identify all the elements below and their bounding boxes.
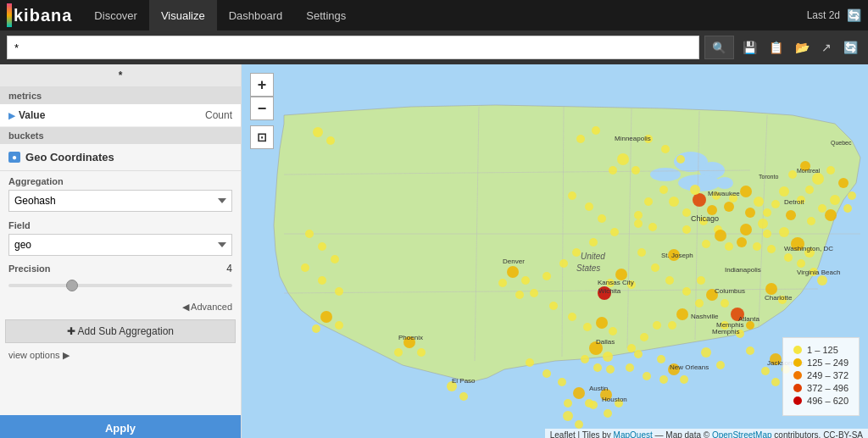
add-sub-aggregation-button[interactable]: ✚ Add Sub Aggregation [5, 319, 236, 343]
svg-text:Wichita: Wichita [598, 287, 621, 295]
legend-item-2: 125 – 249 [793, 358, 849, 368]
svg-point-122 [651, 263, 659, 272]
svg-text:Phoenix: Phoenix [398, 334, 423, 341]
svg-point-28 [825, 209, 837, 221]
svg-point-121 [637, 248, 646, 257]
svg-point-21 [830, 195, 840, 205]
svg-point-57 [797, 259, 805, 268]
field-select[interactable]: geo [8, 234, 232, 256]
field-group: Field geo [0, 215, 241, 259]
map-attribution: Leaflet | Tiles by MapQuest — Map data ©… [545, 429, 868, 438]
logo-bar [7, 3, 12, 27]
legend-dot-2 [793, 358, 802, 367]
load-icon[interactable]: 📋 [765, 37, 787, 58]
share-icon[interactable]: 📂 [792, 37, 813, 58]
svg-point-46 [763, 230, 771, 238]
svg-point-65 [721, 299, 729, 308]
svg-point-138 [765, 283, 777, 295]
svg-point-113 [326, 136, 335, 145]
apply-button[interactable]: Apply [0, 415, 241, 438]
geo-coordinates-label: Geo Coordinates [25, 151, 114, 164]
svg-point-49 [767, 245, 776, 253]
svg-point-105 [335, 287, 343, 296]
svg-point-27 [807, 217, 815, 225]
svg-point-117 [659, 186, 668, 194]
svg-text:Washington, DC: Washington, DC [784, 245, 833, 252]
svg-text:Houston: Houston [602, 396, 627, 403]
svg-point-104 [318, 276, 326, 285]
svg-point-40 [754, 197, 764, 207]
left-panel: * metrics ▶ Value Count buckets ● Geo Co… [0, 64, 242, 438]
search-button[interactable]: 🔍 [704, 36, 734, 59]
save-icon[interactable]: 💾 [739, 37, 760, 58]
svg-point-30 [693, 193, 706, 207]
view-options-toggle[interactable]: view options ▶ [0, 347, 241, 364]
svg-point-157 [564, 399, 572, 408]
svg-text:Minneapolis: Minneapolis [615, 135, 651, 142]
svg-point-56 [784, 253, 793, 262]
svg-point-159 [575, 420, 583, 429]
svg-point-161 [640, 333, 648, 341]
svg-point-82 [521, 276, 530, 285]
svg-point-135 [761, 367, 770, 375]
last-time-label[interactable]: Last 2d [807, 9, 840, 21]
svg-point-48 [753, 242, 761, 251]
precision-label: Precision [8, 263, 51, 274]
mapquest-link[interactable]: MapQuest [614, 430, 653, 438]
svg-point-32 [682, 208, 691, 217]
svg-point-112 [313, 127, 323, 137]
svg-point-123 [665, 276, 674, 285]
svg-point-85 [632, 166, 640, 175]
svg-text:New Orleans: New Orleans [670, 363, 709, 371]
svg-text:St. Joseph: St. Joseph [661, 252, 693, 259]
svg-point-89 [598, 214, 606, 223]
precision-value: 4 [226, 263, 232, 274]
svg-point-160 [653, 321, 661, 330]
svg-text:Chicago: Chicago [691, 214, 719, 223]
map-svg: Chicago Indianapolis Columbus Kansas Cit… [242, 64, 868, 438]
nav-dashboard[interactable]: Dashboard [217, 0, 295, 30]
map-area: Chicago Indianapolis Columbus Kansas Cit… [242, 64, 868, 438]
kibana-logo: kibana [7, 3, 72, 27]
osm-link[interactable]: OpenStreetMap [712, 430, 772, 438]
aggregation-select[interactable]: Geohash [8, 190, 232, 212]
svg-point-5 [716, 177, 733, 189]
svg-point-101 [318, 242, 326, 251]
search-input[interactable] [7, 36, 699, 59]
map-legend: 1 – 125 125 – 249 249 – 372 372 – 496 49… [782, 337, 860, 416]
legend-label-2: 125 – 249 [807, 358, 849, 368]
zoom-out-button[interactable]: − [250, 97, 274, 120]
export-icon[interactable]: ↗ [818, 37, 835, 58]
refresh-icon[interactable]: 🔄 [847, 8, 861, 22]
svg-point-39 [740, 186, 752, 197]
legend-dot-1 [793, 346, 802, 354]
svg-point-143 [716, 361, 725, 369]
metrics-value-row[interactable]: ▶ Value Count [0, 104, 241, 127]
svg-point-68 [668, 321, 676, 330]
svg-point-18 [826, 166, 835, 175]
legend-label-3: 249 – 372 [807, 370, 849, 380]
svg-point-37 [682, 225, 691, 234]
svg-point-44 [758, 219, 768, 229]
svg-text:Denver: Denver [503, 258, 525, 265]
auto-refresh-icon[interactable]: 🔄 [840, 37, 861, 58]
svg-point-91 [589, 238, 598, 247]
svg-text:Virginia Beach: Virginia Beach [797, 269, 840, 276]
metrics-count-label: Count [205, 109, 232, 121]
reset-map-button[interactable]: ⊡ [250, 125, 274, 149]
svg-point-24 [779, 186, 789, 197]
svg-point-155 [573, 387, 585, 399]
precision-slider[interactable] [8, 284, 232, 287]
nav-settings[interactable]: Settings [294, 0, 358, 30]
svg-text:Atlanta: Atlanta [738, 315, 760, 323]
zoom-in-button[interactable]: + [250, 73, 274, 97]
advanced-toggle[interactable]: ◀ Advanced [0, 300, 241, 316]
legend-label-1: 1 – 125 [807, 345, 838, 355]
nav-discover[interactable]: Discover [82, 0, 149, 30]
svg-point-17 [805, 186, 814, 194]
svg-text:Milwaukee: Milwaukee [708, 190, 740, 197]
svg-text:Nashville: Nashville [691, 313, 719, 320]
nav-visualize[interactable]: Visualize [149, 0, 217, 30]
svg-point-50 [715, 230, 726, 241]
svg-text:Dallas: Dallas [596, 338, 615, 346]
